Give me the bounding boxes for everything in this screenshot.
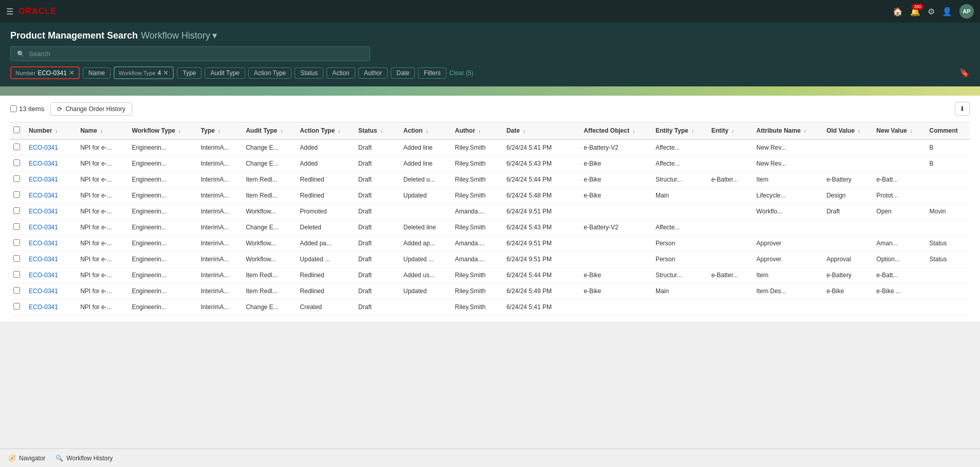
status-filter-btn[interactable]: Status — [295, 67, 323, 79]
settings-icon[interactable]: ⚙ — [928, 7, 935, 16]
col-header-name[interactable]: Name ↕ — [77, 122, 129, 140]
avatar[interactable]: AP — [959, 4, 974, 19]
col-header-actiontype[interactable]: Action Type ↕ — [297, 122, 355, 140]
row-checkbox-9[interactable] — [13, 287, 20, 294]
row-1-cell-6: Added — [297, 156, 355, 172]
row-9-status: Draft — [355, 283, 401, 299]
row-2-cell-17 — [927, 172, 970, 188]
menu-icon[interactable]: ☰ — [6, 7, 13, 16]
row-9-cell-10: 6/24/24 5:49 PM — [503, 283, 580, 299]
wftype-filter-close[interactable]: ✕ — [163, 69, 169, 77]
chevron-down-icon: ▾ — [212, 30, 217, 41]
row-5-cell-4: InterimA... — [198, 220, 243, 236]
col-header-attrname[interactable]: Attribute Name ↕ — [753, 122, 823, 140]
header-decoration — [0, 86, 980, 96]
col-header-action[interactable]: Action ↕ — [401, 122, 452, 140]
wftype-filter-label: Workflow Type — [119, 70, 156, 76]
row-3-cell-16: Protot... — [874, 188, 927, 204]
row-0-cell-14: New Rev... — [753, 139, 823, 156]
row-10-cell-12 — [652, 299, 709, 315]
page-title-sub[interactable]: Workflow History ▾ — [141, 30, 217, 41]
row-9-number[interactable]: ECO-0341 — [26, 283, 77, 299]
row-9-cell-12: Main — [652, 283, 709, 299]
name-filter-btn[interactable]: Name — [83, 67, 111, 79]
action-filter-btn[interactable]: Action — [326, 67, 355, 79]
audittype-filter-btn[interactable]: Audit Type — [205, 67, 245, 79]
row-1-cell-14: New Rev... — [753, 156, 823, 172]
row-checkbox-10[interactable] — [13, 303, 20, 310]
row-checkbox-6[interactable] — [13, 239, 20, 246]
row-5-cell-8: Deleted line — [401, 220, 452, 236]
row-checkbox-2[interactable] — [13, 175, 20, 182]
search-input[interactable] — [29, 50, 364, 58]
row-9-cell-4: InterimA... — [198, 283, 243, 299]
col-header-status[interactable]: Status ↕ — [355, 122, 401, 140]
col-header-audittype[interactable]: Audit Type ↕ — [243, 122, 297, 140]
row-0-status: Draft — [355, 139, 401, 156]
col-header-author[interactable]: Author ↕ — [452, 122, 503, 140]
table-scroll-area[interactable]: Number ↕ Name ↕ Workflow Type ↕ Type ↕ A… — [10, 122, 970, 315]
row-6-number[interactable]: ECO-0341 — [26, 236, 77, 252]
home-icon[interactable]: 🏠 — [893, 7, 903, 16]
header-checkbox[interactable] — [13, 127, 20, 133]
col-header-newval[interactable]: New Value ↕ — [874, 122, 927, 140]
row-6-cell-11 — [580, 236, 652, 252]
col-header-wftype[interactable]: Workflow Type ↕ — [129, 122, 197, 140]
row-3-number[interactable]: ECO-0341 — [26, 188, 77, 204]
row-2-number[interactable]: ECO-0341 — [26, 172, 77, 188]
table-row: ECO-0341NPI for e-...Engineerin...Interi… — [10, 252, 970, 267]
row-checkbox-1[interactable] — [13, 159, 20, 166]
row-4-cell-9: Amanda.... — [452, 204, 503, 220]
row-6-cell-8: Added ap... — [401, 236, 452, 252]
col-header-type[interactable]: Type ↕ — [198, 122, 243, 140]
type-filter-btn[interactable]: Type — [177, 67, 202, 79]
date-filter-btn[interactable]: Date — [391, 67, 415, 79]
row-checkbox-3[interactable] — [13, 191, 20, 198]
row-5-number[interactable]: ECO-0341 — [26, 220, 77, 236]
col-header-date[interactable]: Date ↕ — [503, 122, 580, 140]
row-10-number[interactable]: ECO-0341 — [26, 299, 77, 315]
col-header-oldval[interactable]: Old Value ↕ — [823, 122, 873, 140]
change-order-history-btn[interactable]: ⟳ Change Order History — [50, 102, 132, 116]
row-4-cell-8 — [401, 204, 452, 220]
col-header-affobj[interactable]: Affected Object ↕ — [580, 122, 652, 140]
author-filter-btn[interactable]: Author — [358, 67, 388, 79]
row-checkbox-0[interactable] — [13, 143, 20, 150]
number-filter-close[interactable]: ✕ — [69, 69, 75, 77]
col-header-comment[interactable]: Comment — [927, 122, 970, 140]
row-7-checkbox-cell — [10, 252, 26, 267]
row-checkbox-7[interactable] — [13, 255, 20, 262]
row-10-cell-2: NPI for e-... — [77, 299, 129, 315]
row-checkbox-8[interactable] — [13, 271, 20, 278]
row-checkbox-4[interactable] — [13, 207, 20, 214]
actiontype-filter-btn[interactable]: Action Type — [248, 67, 292, 79]
row-9-checkbox-cell — [10, 283, 26, 299]
row-0-cell-17: B — [927, 139, 970, 156]
wftype-filter-chip[interactable]: Workflow Type 4 ✕ — [114, 66, 174, 79]
row-7-cell-6: Updated ... — [297, 252, 355, 267]
table-body: ECO-0341NPI for e-...Engineerin...Interi… — [10, 139, 970, 315]
download-btn[interactable]: ⬇ — [955, 102, 970, 116]
bookmark-icon[interactable]: 🔖 — [959, 68, 970, 78]
row-0-cell-16 — [874, 139, 927, 156]
col-header-entity[interactable]: Entity ↕ — [708, 122, 753, 140]
row-4-number[interactable]: ECO-0341 — [26, 204, 77, 220]
row-0-number[interactable]: ECO-0341 — [26, 139, 77, 156]
clear-filters-btn[interactable]: Clear (5) — [449, 69, 474, 77]
number-filter-label: Number — [15, 70, 35, 76]
number-filter-chip[interactable]: Number ECO-0341 ✕ — [10, 66, 80, 79]
row-1-number[interactable]: ECO-0341 — [26, 156, 77, 172]
row-checkbox-5[interactable] — [13, 223, 20, 230]
row-2-cell-13: e-Batter... — [708, 172, 753, 188]
search-bar[interactable]: 🔍 — [10, 46, 370, 61]
select-all-checkbox[interactable] — [10, 105, 17, 112]
row-7-number[interactable]: ECO-0341 — [26, 252, 77, 267]
row-2-cell-16: e-Batt... — [874, 172, 927, 188]
col-checkbox[interactable] — [10, 122, 26, 140]
row-8-number[interactable]: ECO-0341 — [26, 267, 77, 283]
filters-btn[interactable]: Filters — [418, 67, 446, 79]
user-icon[interactable]: 👤 — [942, 7, 952, 16]
col-header-enttype[interactable]: Entity Type ↕ — [652, 122, 709, 140]
col-header-number[interactable]: Number ↕ — [26, 122, 77, 140]
notification-icon[interactable]: 🔔 380 — [910, 7, 920, 16]
